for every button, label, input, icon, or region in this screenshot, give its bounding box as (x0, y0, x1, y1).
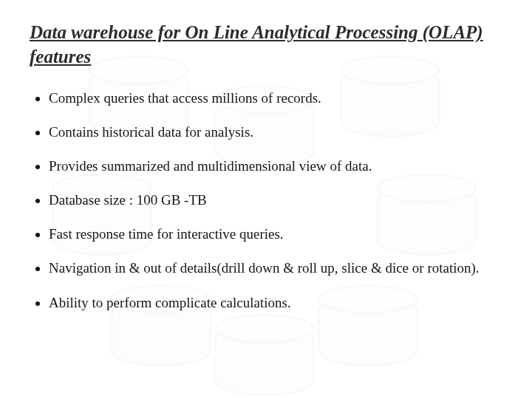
list-item: Navigation in & out of details(drill dow… (49, 255, 507, 282)
list-item: Provides summarized and multidimensional… (49, 153, 507, 180)
list-item: Fast response time for interactive queri… (49, 221, 507, 248)
list-item: Ability to perform complicate calculatio… (49, 290, 507, 316)
bullet-list: Complex queries that access millions of … (25, 85, 507, 316)
list-item: Database size : 100 GB -TB (49, 187, 507, 214)
slide-title: Data warehouse for On Line Analytical Pr… (30, 21, 507, 69)
list-item: Contains historical data for analysis. (49, 119, 507, 146)
list-item: Complex queries that access millions of … (49, 85, 507, 112)
slide-content: Data warehouse for On Line Analytical Pr… (0, 0, 532, 338)
